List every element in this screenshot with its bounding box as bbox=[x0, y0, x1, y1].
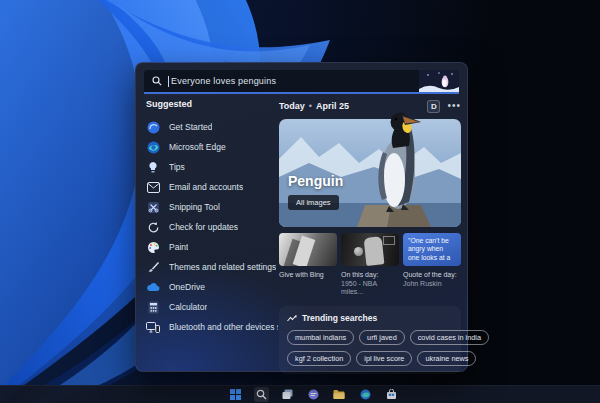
suggested-title: Suggested bbox=[146, 99, 278, 109]
themes-brush-icon bbox=[146, 260, 160, 274]
penguin-image bbox=[365, 102, 429, 227]
more-options-icon[interactable]: ••• bbox=[447, 103, 461, 109]
suggested-item-email-accounts[interactable]: Email and accounts bbox=[146, 177, 278, 197]
taskbar-chat-button[interactable] bbox=[306, 387, 321, 402]
today-date: April 25 bbox=[316, 101, 349, 111]
card-quote-of-the-day[interactable]: "One can't be angry when one looks at a … bbox=[403, 233, 461, 266]
taskbar-search-button[interactable] bbox=[254, 387, 269, 402]
quote-text: "One can't be angry when one looks at a … bbox=[408, 237, 456, 266]
card-give-with-bing[interactable] bbox=[279, 233, 337, 266]
trending-pill[interactable]: kgf 2 collection bbox=[287, 351, 351, 366]
taskbar-start-button[interactable] bbox=[228, 387, 243, 402]
trending-searches-section: Trending searches mumbai indians urfi ja… bbox=[279, 306, 461, 374]
search-icon bbox=[152, 76, 162, 86]
update-arrows-icon bbox=[146, 220, 160, 234]
search-query-text: Everyone loves penguins bbox=[168, 76, 419, 87]
mini-captions-row: Give with Bing On this day: 1950 - NBA m… bbox=[279, 271, 461, 297]
card-on-this-day[interactable] bbox=[341, 233, 399, 266]
suggested-item-label: Email and accounts bbox=[169, 182, 243, 192]
taskbar-store-button[interactable] bbox=[384, 387, 399, 402]
trending-pill[interactable]: ipl live score bbox=[356, 351, 412, 366]
suggested-item-calculator[interactable]: Calculator bbox=[146, 297, 278, 317]
trending-icon bbox=[287, 314, 297, 322]
today-separator: • bbox=[309, 101, 312, 111]
suggested-item-paint[interactable]: Paint bbox=[146, 237, 278, 257]
suggested-item-microsoft-edge[interactable]: Microsoft Edge bbox=[146, 137, 278, 157]
basketball-image bbox=[354, 247, 363, 256]
get-started-icon bbox=[146, 120, 160, 134]
trending-pill[interactable]: covid cases in india bbox=[410, 330, 489, 345]
hero-title: Penguin bbox=[288, 173, 343, 189]
snipping-tool-icon bbox=[146, 200, 160, 214]
email-icon bbox=[146, 180, 160, 194]
taskbar-edge-button[interactable] bbox=[358, 387, 373, 402]
hero-card-penguin[interactable]: Penguin All images bbox=[279, 119, 461, 227]
today-title: Today bbox=[279, 101, 305, 111]
taskbar-task-view-button[interactable] bbox=[280, 387, 295, 402]
caption-give-with-bing[interactable]: Give with Bing bbox=[279, 271, 337, 297]
suggested-item-label: Snipping Tool bbox=[169, 202, 220, 212]
caption-quote-of-the-day[interactable]: Quote of the day: John Ruskin bbox=[403, 271, 461, 297]
caption-line: John Ruskin bbox=[403, 280, 461, 289]
desktop: Everyone loves penguins Suggested Get St… bbox=[0, 0, 600, 403]
suggested-item-label: Microsoft Edge bbox=[169, 142, 226, 152]
suggested-item-label: OneDrive bbox=[169, 282, 205, 292]
caption-on-this-day[interactable]: On this day: 1950 - NBA miles... bbox=[341, 271, 399, 297]
penguin-night-illustration bbox=[419, 70, 459, 93]
trending-pill[interactable]: mumbai indians bbox=[287, 330, 354, 345]
suggested-item-get-started[interactable]: Get Started bbox=[146, 117, 278, 137]
search-flyout: Everyone loves penguins Suggested Get St… bbox=[135, 62, 468, 372]
suggested-item-label: Get Started bbox=[169, 122, 212, 132]
search-input[interactable]: Everyone loves penguins bbox=[144, 70, 459, 94]
suggested-section: Suggested Get Started Microsoft Edge Tip… bbox=[146, 99, 278, 337]
suggested-item-label: Themes and related settings bbox=[169, 262, 276, 272]
suggested-item-label: Check for updates bbox=[169, 222, 238, 232]
devices-icon bbox=[146, 320, 160, 334]
taskbar bbox=[0, 385, 600, 403]
trending-pill[interactable]: ukraine news bbox=[417, 351, 476, 366]
paint-palette-icon bbox=[146, 240, 160, 254]
calculator-icon bbox=[146, 300, 160, 314]
tips-bulb-icon bbox=[146, 160, 160, 174]
mini-cards-row: "One can't be angry when one looks at a … bbox=[279, 233, 461, 266]
scoreboard-image bbox=[383, 236, 395, 245]
suggested-item-snipping-tool[interactable]: Snipping Tool bbox=[146, 197, 278, 217]
caption-line: 1950 - NBA miles... bbox=[341, 280, 399, 297]
caption-line: Quote of the day: bbox=[403, 271, 461, 280]
taskbar-file-explorer-button[interactable] bbox=[332, 387, 347, 402]
all-images-button[interactable]: All images bbox=[288, 195, 339, 210]
onedrive-cloud-icon bbox=[146, 280, 160, 294]
suggested-item-tips[interactable]: Tips bbox=[146, 157, 278, 177]
suggested-item-label: Bluetooth and other devices sett... bbox=[169, 322, 278, 332]
trending-pill[interactable]: urfi javed bbox=[359, 330, 405, 345]
today-pane: Today • April 25 D ••• bbox=[279, 99, 461, 374]
suggested-item-label: Calculator bbox=[169, 302, 207, 312]
suggested-item-bluetooth-devices[interactable]: Bluetooth and other devices sett... bbox=[146, 317, 278, 337]
caption-line: On this day: bbox=[341, 271, 399, 280]
suggested-item-onedrive[interactable]: OneDrive bbox=[146, 277, 278, 297]
basketball-player-image bbox=[364, 236, 385, 266]
bing-d-badge[interactable]: D bbox=[427, 100, 440, 113]
suggested-item-check-updates[interactable]: Check for updates bbox=[146, 217, 278, 237]
suggested-item-themes[interactable]: Themes and related settings bbox=[146, 257, 278, 277]
caption-line: Give with Bing bbox=[279, 271, 337, 280]
edge-icon bbox=[146, 140, 160, 154]
suggested-item-label: Tips bbox=[169, 162, 185, 172]
suggested-item-label: Paint bbox=[169, 242, 188, 252]
trending-title: Trending searches bbox=[302, 313, 377, 323]
